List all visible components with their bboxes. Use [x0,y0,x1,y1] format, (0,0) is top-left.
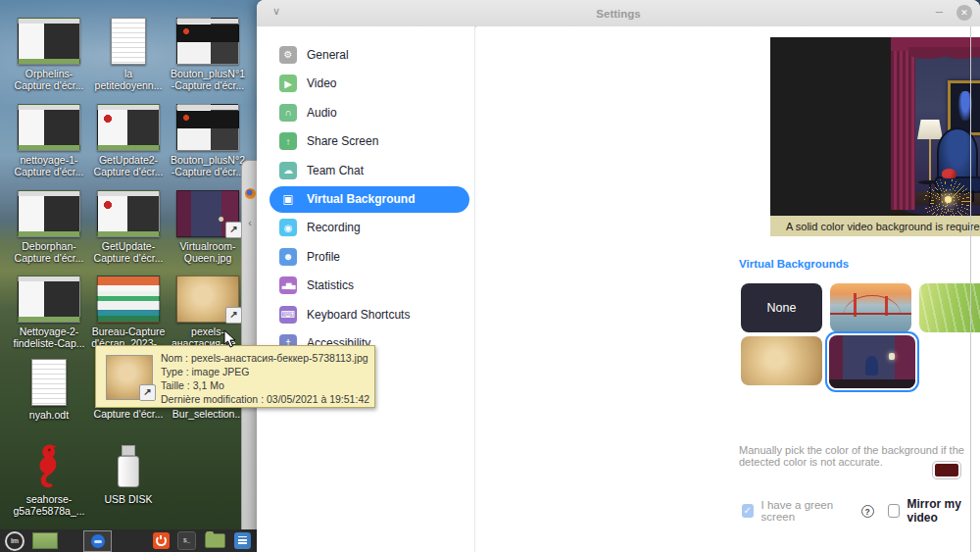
screenshot-thumbnail [176,104,239,151]
green-screen-label: I have a green screen [761,499,852,523]
starburst-table [924,178,971,216]
minimize-button[interactable]: – [936,4,943,19]
desktop-icon-label: nyah.odt [10,409,88,421]
help-icon[interactable]: ? [861,505,874,518]
image-thumbnail: ↗ [176,190,239,237]
bar-chart-icon: ▃▆▄ [279,276,297,294]
desktop-icon[interactable]: nettoyage-1- Capture d'écr... [10,104,88,178]
desktop-icon[interactable]: USB DISK [89,443,168,505]
desktop-icon-label[interactable]: Bur_selection... [169,408,247,420]
tooltip-type: Type : image JPEG [161,366,369,379]
mirror-video-checkbox[interactable] [888,504,900,518]
desktop-icon-label: la petitedoyenn... [89,68,168,92]
tooltip-size: Taille : 3,1 Mo [161,379,369,393]
tooltip-image-thumbnail: ↗ [106,355,153,400]
background-color-swatch[interactable] [932,461,961,479]
terminal-launcher[interactable]: $_ [177,531,196,550]
desktop-icon[interactable]: ↗ Virtualroom- Queen.jpg [169,190,247,265]
none-label: None [767,301,797,315]
fruit-bowl [942,169,956,178]
video-preview [770,37,980,216]
screenshot-thumbnail [97,276,160,323]
section-label-virtual-backgrounds: Virtual Backgrounds [739,258,849,270]
share-screen-icon: ↑ [279,132,297,150]
sidebar-item-recording[interactable]: ◉ Recording [257,214,474,243]
app-launcher-icon[interactable] [153,532,170,549]
sidebar-item-general[interactable]: ⚙ General [257,40,474,70]
sidebar-item-statistics[interactable]: ▃▆▄ Statistics [257,272,474,301]
sidebar-item-share-screen[interactable]: ↑ Share Screen [257,127,474,157]
notice-text: A solid color video background is requir… [786,221,980,232]
background-thumb-none[interactable]: None [741,283,822,332]
files-launcher[interactable] [205,533,225,548]
sidebar-item-label: Keyboard Shortcuts [307,308,410,322]
sidebar-item-label: Virtual Background [307,192,415,206]
sidebar-item-virtual-background[interactable]: ▣ Virtual Background [270,186,469,213]
show-desktop-button[interactable] [32,532,58,549]
desktop-icon[interactable]: GetUpdate- Capture d'écr... [89,190,168,265]
swatch-color [935,464,958,477]
sidebar-item-audio[interactable]: ∩ Audio [257,98,474,127]
desktop-icon-label: Orphelins- Capture d'écr... [10,68,88,92]
chevron-down-icon[interactable]: ∨ [272,5,280,18]
desktop-icon[interactable]: Deborphan- Capture d'écr... [10,190,88,265]
desktop-icon[interactable]: seahorse- g5a7e5878a_... [10,443,88,518]
screenshot-thumbnail [176,18,239,65]
sidebar-item-team-chat[interactable]: ☁ Team Chat [257,156,474,185]
settings-window: ∨ Settings – ✕ ⚙ General ▶ Video ∩ Audio… [257,0,980,552]
document-thumbnail [111,18,146,65]
close-button[interactable]: ✕ [956,5,972,21]
screenshot-thumbnail [18,190,80,237]
zoom-launcher-icon [91,534,105,548]
desktop-icon-label: Bouton_plusN°2 -Capture d'écr... [169,154,247,178]
background-thumb-portrait[interactable] [741,336,822,385]
desktop-icon[interactable]: Orphelins- Capture d'écr... [10,18,88,92]
tooltip-name: Nom : pexels-анастасия-беккер-5738113.jp… [161,352,369,366]
shortcut-arrow-icon: ↗ [139,384,156,401]
sidebar-item-label: Video [307,76,336,90]
titlebar[interactable]: ∨ Settings – ✕ [257,0,980,27]
curtain [891,37,915,210]
mouse-cursor [223,329,237,353]
desktop-icon[interactable]: Bouton_plusN°2 -Capture d'écr... [169,104,247,178]
sidebar-item-profile[interactable]: ☻ Profile [257,242,474,272]
screenshot-thumbnail [97,190,160,237]
person-icon: ☻ [279,248,297,266]
desktop-icon-label: Nettoyage-2- findeliste-Cap... [10,326,88,350]
sidebar-item-label: Statistics [307,278,354,292]
window-title: Settings [596,8,640,20]
sidebar-item-label: General [307,48,349,62]
sidebar-item-video[interactable]: ▶ Video [257,70,474,99]
desktop-icon[interactable]: la petitedoyenn... [89,18,168,92]
headphones-icon: ∩ [279,104,297,122]
desktop-icon[interactable]: GetUpdate2- Capture d'écr... [89,104,168,178]
desktop-icon[interactable]: Bouton_plusN°1 -Capture d'écr... [169,18,247,92]
virtual-background-icon: ▣ [279,190,297,208]
green-screen-checkbox[interactable]: ✓ [742,504,754,518]
gear-icon: ⚙ [279,46,297,64]
text-editor-launcher[interactable] [234,532,251,549]
sidebar-item-label: Audio [307,106,337,120]
shortcut-arrow-icon: ↗ [225,307,242,324]
desktop-icon[interactable]: Bureau-Capture d'écran_2023-... [89,276,168,350]
launcher-slot[interactable] [83,530,112,552]
file-info-tooltip: ↗ Nom : pexels-анастасия-беккер-5738113.… [95,345,375,408]
image-thumbnail: ↗ [176,276,239,323]
desktop-icon[interactable]: nyah.odt [10,359,88,421]
screenshot-thumbnail [18,104,80,151]
document-lines-icon [238,536,247,545]
firefox-icon [245,188,256,199]
desktop-icon[interactable]: Nettoyage-2- findeliste-Cap... [10,276,88,350]
screenshot-thumbnail [18,18,80,65]
sidebar-item-keyboard-shortcuts[interactable]: ⌨ Keyboard Shortcuts [257,300,474,329]
background-thumb-bridge[interactable] [830,283,911,332]
background-thumb-room-selected[interactable] [825,331,919,392]
desktop-icon-label[interactable]: Capture d'écr... [89,408,168,420]
chat-bubble-icon: ☁ [279,162,297,179]
video-camera-icon: ▶ [279,75,297,92]
mint-menu-button[interactable]: lm [5,531,24,551]
floor-lamp [917,120,943,139]
back-chevron-icon: ‹ [242,217,258,228]
sidebar-item-label: Share Screen [307,134,378,148]
document-thumbnail [31,359,67,406]
